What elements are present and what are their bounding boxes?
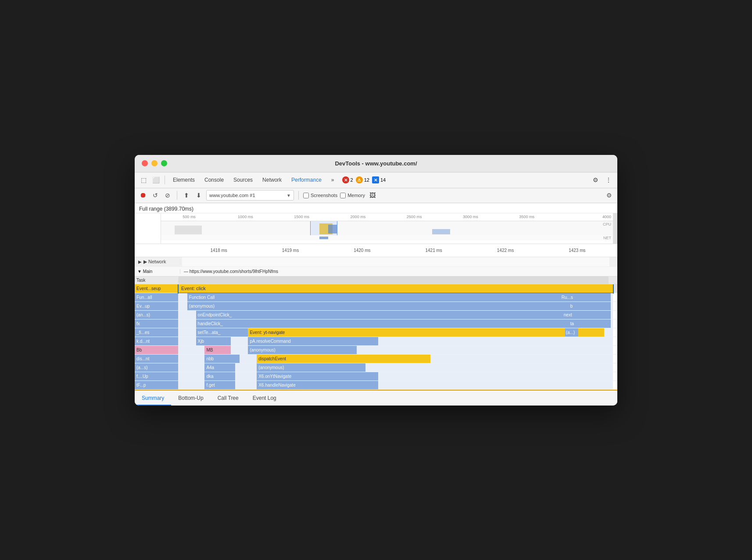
flame-content-10[interactable]: dka X6.onYtNavigate (179, 372, 613, 381)
tab-console[interactable]: Console (200, 174, 228, 186)
flame-row-5: _fi...es setTe...ata_ Event: yt-navigate… (135, 328, 617, 337)
a4a-block[interactable]: A4a (204, 363, 235, 372)
flame-label-5: _fi...es (135, 328, 179, 337)
sette-block[interactable]: setTe...ata_ (196, 328, 248, 337)
nbb-block[interactable]: nbb (204, 355, 239, 363)
full-range-bar: Full range (3899.70ms) (135, 203, 617, 213)
anonymous-label-2: (anonymous) (250, 348, 275, 352)
flame-content-11[interactable]: f.get X6.handleNavigate (179, 381, 613, 389)
upload-button[interactable]: ⬆ (182, 190, 191, 200)
screenshots-checkbox[interactable] (303, 193, 309, 198)
handlenavigate-block[interactable]: X6.handleNavigate (257, 381, 378, 389)
flame-content-6[interactable]: Xjb pA.resolveCommand (179, 337, 613, 345)
download-button[interactable]: ⬇ (194, 190, 204, 200)
reload-button[interactable]: ↺ (150, 190, 160, 200)
flame-label-9: (a...s) (135, 363, 179, 372)
mb-block[interactable]: MB (204, 346, 230, 354)
main-thread-row: ▼ Main — https://www.youtube.com/shorts/… (135, 267, 617, 276)
record-button[interactable]: ⏺ (138, 190, 148, 200)
xjb-block[interactable]: Xjb (196, 337, 231, 345)
info-count: 14 (380, 177, 386, 183)
tab-sources[interactable]: Sources (229, 174, 257, 186)
task-row: Task (135, 276, 617, 284)
tick-1500: 1500 ms (274, 215, 330, 219)
more-icon[interactable]: ⋮ (603, 175, 614, 185)
flame-row-2: Ev...up (anonymous) b (135, 302, 617, 311)
capture-icon[interactable]: 🖼 (368, 190, 377, 200)
flame-content-3[interactable]: onEndpointClick_ next (179, 311, 613, 319)
flame-label-11: tF...p (135, 381, 179, 389)
rus-block: Ru...s (561, 293, 578, 302)
dispatch-event-label: dispatchEvent (258, 356, 286, 361)
yt-navigate-label: Event: yt-navigate (250, 330, 285, 335)
tick-3500: 3500 ms (499, 215, 555, 219)
flame-content-4[interactable]: handleClick_ ta (179, 319, 613, 328)
anonymous-block-1[interactable]: (anonymous) (187, 302, 611, 310)
flame-row-7: Bb MB (anonymous) (135, 346, 617, 355)
perf-settings-icon[interactable]: ⚙ (604, 190, 614, 200)
url-selector[interactable]: www.youtube.com #1 ▼ (206, 190, 294, 201)
tab-more[interactable]: » (327, 174, 339, 186)
maximize-button[interactable] (161, 160, 167, 166)
cursor-icon[interactable]: ⬚ (138, 175, 149, 185)
badge-group: ✕ 2 ⚠ 12 ✕ 14 (342, 176, 386, 183)
info-icon: ✕ (372, 176, 379, 183)
dispatch-event-block[interactable]: dispatchEvent (257, 355, 430, 363)
clear-button[interactable]: ⊘ (163, 190, 172, 200)
a4a-label: A4a (206, 365, 214, 370)
flame-row-4: fx handleClick_ ta (135, 319, 617, 328)
flame-content-0[interactable]: Event: click (179, 284, 613, 293)
flame-content-9[interactable]: A4a (anonymous) (179, 363, 613, 372)
flame-content-1[interactable]: Function Call Ru...s (179, 293, 613, 302)
tick-2000: 2000 ms (330, 215, 386, 219)
flame-content-7[interactable]: MB (anonymous) (179, 346, 613, 354)
flame-label-3: (an...s) (135, 311, 179, 319)
tab-summary[interactable]: Summary (135, 391, 171, 406)
dka-block[interactable]: dka (204, 372, 235, 381)
flame-row-0: Event...seup Event: click (135, 284, 617, 293)
flame-label-1: Fun...all (135, 293, 179, 302)
minimize-button[interactable] (151, 160, 158, 166)
url-dropdown-icon[interactable]: ▼ (286, 193, 291, 198)
yt-navigate-block[interactable]: Event: yt-navigate (248, 328, 604, 337)
zoom-tick-1421: 1421 ms (398, 248, 469, 253)
b-block: b (569, 302, 578, 310)
tick-4000: 4000 (555, 215, 613, 219)
tab-performance[interactable]: Performance (287, 174, 326, 186)
tab-bottom-up[interactable]: Bottom-Up (171, 391, 210, 406)
flame-label-2: Ev...up (135, 302, 179, 310)
timeline-overview[interactable]: 500 ms 1000 ms 1500 ms 2000 ms 2500 ms 3… (135, 213, 617, 244)
anonymous-block-2[interactable]: (anonymous) (248, 346, 357, 354)
memory-checkbox[interactable] (340, 193, 346, 198)
toolbar-right: ⚙ ⋮ (590, 175, 614, 185)
settings-icon[interactable]: ⚙ (590, 175, 601, 185)
task-content (179, 276, 613, 284)
flame-label-8: dis...nt (135, 355, 179, 363)
onendpointclick-block[interactable]: onEndpointClick_ (196, 311, 611, 319)
tab-call-tree[interactable]: Call Tree (211, 391, 246, 406)
close-button[interactable] (142, 160, 148, 166)
overview-scrollbar[interactable] (613, 213, 617, 244)
flame-row-11: tF...p f.get X6.handleNavigate (135, 381, 617, 390)
event-click-block[interactable]: Event: click (179, 284, 613, 293)
nav-tabs: Elements Console Sources Network Perform… (168, 174, 339, 186)
sette-label: setTe...ata_ (198, 330, 221, 335)
tab-event-log[interactable]: Event Log (246, 391, 283, 406)
side-scrollbar[interactable] (613, 284, 617, 293)
handleclick-block[interactable]: handleClick_ (196, 319, 611, 328)
tab-elements[interactable]: Elements (168, 174, 199, 186)
task-label: Task (135, 278, 179, 283)
tab-network[interactable]: Network (258, 174, 286, 186)
resolve-command-block[interactable]: pA.resolveCommand (248, 337, 378, 345)
flame-content-2[interactable]: (anonymous) b (179, 302, 613, 310)
onytnavigate-block[interactable]: X6.onYtNavigate (257, 372, 378, 381)
fget-block[interactable]: f.get (204, 381, 235, 389)
anonymous-block-3[interactable]: (anonymous) (257, 363, 365, 372)
action-bar: ⏺ ↺ ⊘ ⬆ ⬇ www.youtube.com #1 ▼ Screensho… (135, 188, 617, 203)
flame-content-8[interactable]: nbb dispatchEvent (179, 355, 613, 363)
flame-content-5[interactable]: setTe...ata_ Event: yt-navigate (a...) (179, 328, 613, 337)
handlenavigate-label: X6.handleNavigate (258, 383, 296, 388)
function-call-block[interactable]: Function Call (187, 293, 611, 302)
device-icon[interactable]: ⬜ (150, 175, 161, 185)
fget-label: f.get (206, 383, 215, 388)
